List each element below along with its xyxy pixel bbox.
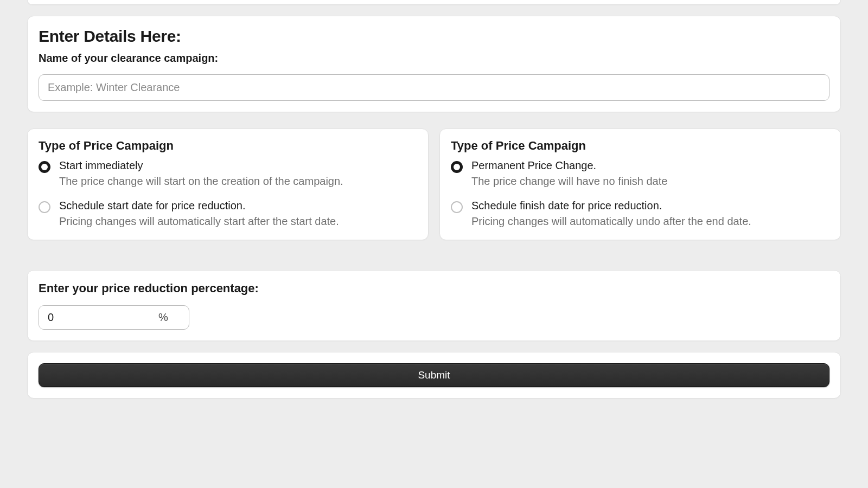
prev-card-edge [27, 0, 841, 5]
start-group-title: Type of Price Campaign [39, 139, 417, 153]
radio-icon [39, 161, 50, 173]
submit-card: Submit [27, 352, 841, 399]
details-card: Enter Details Here: Name of your clearan… [27, 16, 841, 112]
percentage-input-wrap: % [39, 305, 189, 330]
radio-description: Pricing changes will automatically start… [59, 215, 339, 228]
radio-description: The price change will have no finish dat… [471, 175, 667, 188]
end-campaign-card: Type of Price Campaign Permanent Price C… [439, 129, 841, 240]
details-heading: Enter Details Here: [39, 27, 829, 46]
submit-button[interactable]: Submit [39, 363, 829, 387]
end-group-title: Type of Price Campaign [451, 139, 829, 153]
radio-icon [39, 201, 50, 213]
percentage-input[interactable] [39, 306, 158, 329]
radio-icon [451, 201, 463, 213]
percentage-label: Enter your price reduction percentage: [39, 281, 829, 296]
radio-option-schedule-start[interactable]: Schedule start date for price reduction.… [39, 200, 417, 228]
radio-option-schedule-finish[interactable]: Schedule finish date for price reduction… [451, 200, 829, 228]
percent-suffix: % [158, 311, 177, 324]
radio-label: Start immediately [59, 159, 343, 172]
radio-label: Schedule finish date for price reduction… [471, 200, 751, 212]
radio-description: The price change will start on the creat… [59, 175, 343, 188]
radio-label: Permanent Price Change. [471, 159, 667, 172]
radio-option-permanent[interactable]: Permanent Price Change. The price change… [451, 159, 829, 188]
radio-option-start-immediately[interactable]: Start immediately The price change will … [39, 159, 417, 188]
radio-description: Pricing changes will automatically undo … [471, 215, 751, 228]
percentage-card: Enter your price reduction percentage: % [27, 270, 841, 341]
start-campaign-card: Type of Price Campaign Start immediately… [27, 129, 429, 240]
campaign-name-label: Name of your clearance campaign: [39, 52, 829, 65]
campaign-name-input[interactable] [39, 74, 829, 101]
radio-icon [451, 161, 463, 173]
radio-label: Schedule start date for price reduction. [59, 200, 339, 212]
